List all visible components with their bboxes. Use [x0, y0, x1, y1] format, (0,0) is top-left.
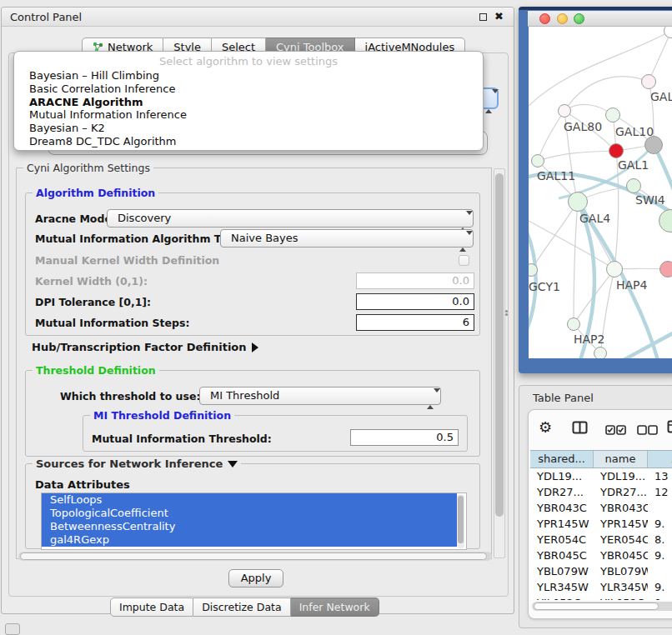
- data-attributes-list[interactable]: SelfLoopsTopologicalCoefficientBetweenne…: [41, 492, 467, 550]
- table-row[interactable]: YBR045CYBR045C9.: [530, 548, 672, 563]
- table-cell: YLR345W: [594, 579, 648, 595]
- table-card: ⚙ shared...nameA YDL19...YDL19...13YDR27…: [528, 409, 672, 619]
- minimize-traffic-light-icon[interactable]: [557, 13, 568, 24]
- network-node-gal[interactable]: [641, 74, 656, 89]
- stepper-arrows-icon: [459, 233, 467, 250]
- table-cell: YPR145W: [530, 516, 594, 532]
- mi-threshold-field[interactable]: 0.5: [350, 429, 459, 446]
- attributes-scrollbar-thumb[interactable]: [458, 496, 464, 543]
- table-row[interactable]: YPR145WYPR145W9.: [530, 516, 672, 532]
- bottom-tab-label: Impute Data: [119, 601, 184, 613]
- sources-legend[interactable]: Sources for Network Inference: [33, 458, 241, 470]
- network-node[interactable]: [644, 136, 663, 154]
- bottom-tab-impute-data[interactable]: Impute Data: [110, 598, 193, 617]
- table-row[interactable]: YDR27...YDR27...12: [530, 484, 672, 500]
- network-node-y[interactable]: [659, 261, 672, 278]
- which-threshold-combo[interactable]: MI Threshold: [199, 387, 441, 405]
- algorithm-option-bayesian-k2[interactable]: Bayesian – K2: [29, 122, 476, 135]
- network-node-gal4[interactable]: [568, 192, 588, 212]
- deselect-all-columns-icon[interactable]: [637, 422, 659, 438]
- column-header-name[interactable]: name: [594, 451, 648, 468]
- attribute-item-gal4rgexp[interactable]: gal4RGexp: [42, 533, 457, 547]
- bottom-tab-infer-network[interactable]: Infer Network: [291, 598, 379, 617]
- network-node-gal10[interactable]: [605, 108, 620, 122]
- algorithm-option-mutual-information-inference[interactable]: Mutual Information Inference: [29, 108, 476, 122]
- settings-vertical-scrollbar[interactable]: [494, 168, 505, 558]
- split-pane-divider-handle[interactable]: [504, 309, 509, 318]
- select-all-columns-icon[interactable]: [605, 422, 627, 438]
- stepper-arrows-icon: [427, 391, 434, 408]
- mi-type-label: Mutual Information Algorithm Type:: [35, 232, 245, 245]
- network-node-hap2[interactable]: [567, 318, 580, 331]
- close-icon[interactable]: ✖: [494, 10, 504, 22]
- settings-horizontal-scrollbar[interactable]: [18, 552, 492, 561]
- table-row[interactable]: YLR345WYLR345W9.: [530, 579, 672, 595]
- gear-icon[interactable]: ⚙: [539, 418, 552, 436]
- table-horizontal-scrollbar[interactable]: [532, 602, 672, 611]
- hub-definition-label: Hub/Transcription Factor Definition: [32, 341, 247, 353]
- network-node[interactable]: [594, 347, 607, 358]
- network-node-gal11[interactable]: [531, 154, 544, 168]
- close-traffic-light-icon[interactable]: [539, 13, 550, 24]
- algorithm-option-dream8-dc-tdc-algorithm[interactable]: Dream8 DC_TDC Algorithm: [29, 135, 476, 148]
- table-row[interactable]: YBL079WYBL079W: [530, 563, 672, 579]
- table-cell: YPR145W: [594, 516, 648, 532]
- network-node-hap4[interactable]: [606, 261, 623, 278]
- aracne-mode-label: Aracne Mode:: [35, 212, 116, 225]
- which-threshold-value: MI Threshold: [210, 389, 279, 402]
- table-cell: YIL052C: [594, 595, 648, 600]
- sources-legend-label: Sources for Network Inference: [36, 458, 223, 470]
- table-toolbar: ⚙: [529, 418, 672, 442]
- mi-threshold-legend: MI Threshold Definition: [90, 409, 234, 422]
- network-node-gal1[interactable]: [609, 143, 624, 158]
- table-row[interactable]: YDL19...YDL19...13: [530, 468, 672, 484]
- attributes-list-scrollbar[interactable]: [457, 494, 464, 548]
- zoom-traffic-light-icon[interactable]: [574, 13, 584, 24]
- attribute-item-betweennesscentrality[interactable]: BetweennessCentrality: [42, 520, 457, 533]
- table-hscrollbar-thumb[interactable]: [534, 602, 659, 610]
- dpi-tolerance-field[interactable]: 0.0: [356, 293, 474, 310]
- split-columns-icon[interactable]: [572, 421, 589, 438]
- settings-scrollbar-thumb[interactable]: [495, 173, 504, 517]
- kernel-width-field[interactable]: 0.0: [356, 272, 474, 289]
- table-row[interactable]: YIL052CYIL052C9: [530, 595, 672, 600]
- mi-type-combo[interactable]: Naive Bayes: [220, 229, 474, 248]
- table-cell: 9.: [648, 516, 672, 532]
- bottom-tab-label: Discretize Data: [202, 601, 281, 613]
- algorithm-option-bayesian-hill-climbing[interactable]: Bayesian – Hill Climbing: [29, 69, 476, 82]
- node-label-gal11: GAL11: [537, 169, 575, 182]
- expand-right-icon: [252, 342, 258, 352]
- settings-hscrollbar-thumb[interactable]: [20, 552, 487, 560]
- attribute-item-selfloops[interactable]: SelfLoops: [42, 493, 457, 507]
- network-node-swi4[interactable]: [626, 178, 641, 193]
- network-canvas[interactable]: GALGAL80GAL10GAL1GAL11SWI4GAL4GCY1HAP4YH…: [529, 27, 672, 358]
- node-label-gal10: GAL10: [615, 125, 654, 138]
- hub-definition-toggle[interactable]: Hub/Transcription Factor Definition: [32, 341, 258, 353]
- algorithm-option-basic-correlation-inference[interactable]: Basic Correlation Inference: [29, 82, 476, 96]
- column-header-shared[interactable]: shared...: [530, 451, 594, 468]
- table-row[interactable]: YBR043CYBR043C: [530, 500, 672, 516]
- dpi-tolerance-label: DPI Tolerance [0,1]:: [35, 296, 151, 308]
- float-window-icon[interactable]: [479, 13, 487, 21]
- network-node-gal80[interactable]: [558, 104, 571, 118]
- column-header-a[interactable]: A: [648, 451, 672, 468]
- attribute-item-topologicalcoefficient[interactable]: TopologicalCoefficient: [42, 507, 457, 520]
- manual-kernel-checkbox[interactable]: [459, 255, 469, 266]
- export-table-icon[interactable]: [667, 420, 672, 437]
- table-header-row: shared...nameA: [530, 450, 672, 468]
- bottom-left-grip[interactable]: [5, 623, 20, 635]
- node-label-swi4: SWI4: [635, 193, 665, 207]
- table-cell: [648, 563, 672, 579]
- table-row[interactable]: YER054CYER054C8.: [530, 532, 672, 548]
- application-screen: Control Panel ✖ NetworkStyleSelectCyni T…: [0, 0, 672, 635]
- bottom-tab-discretize-data[interactable]: Discretize Data: [193, 598, 290, 617]
- node-label-hap4: HAP4: [616, 278, 647, 292]
- mi-steps-field[interactable]: 6: [356, 314, 474, 331]
- apply-button[interactable]: Apply: [228, 569, 283, 588]
- panel-title: Control Panel: [10, 11, 82, 23]
- table-rows: YDL19...YDL19...13YDR27...YDR27...12YBR0…: [530, 468, 672, 600]
- algorithm-option-aracne-algorithm[interactable]: ARACNE Algorithm: [29, 96, 476, 109]
- mi-steps-label: Mutual Information Steps:: [35, 317, 189, 329]
- aracne-mode-combo[interactable]: Discovery: [107, 209, 474, 228]
- collapse-down-icon: [228, 461, 238, 468]
